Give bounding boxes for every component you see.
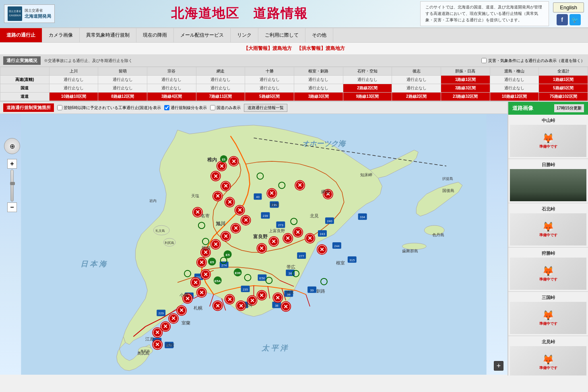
svg-text:277: 277: [299, 254, 304, 258]
closure-marker[interactable]: ✕: [213, 301, 223, 311]
camera-thumbnail-1[interactable]: [510, 169, 586, 201]
closure-marker[interactable]: ✕: [241, 215, 251, 225]
status-cell-r1-c8[interactable]: 3路線3区間: [441, 84, 490, 93]
camera-name-4: 三国峠: [510, 293, 586, 302]
regulation-line-checkbox[interactable]: [164, 105, 169, 110]
closure-marker[interactable]: ✕: [191, 278, 200, 287]
status-cell-r0-c10[interactable]: 1路線1区間: [539, 76, 588, 84]
camera-sidebar: 道路画像 17時15分更新 中山峠🦊準備中です日勝峠石北峠🦊準備中です狩勝峠🦊準…: [508, 102, 588, 375]
status-cell-r2-c0[interactable]: 10路線10区間: [49, 93, 98, 101]
camera-thumbnail-5[interactable]: 🦊準備中です: [510, 346, 586, 375]
nav-item-abnormal-weather[interactable]: 異常気象時通行規制: [80, 28, 136, 42]
closure-marker[interactable]: ✕: [201, 270, 210, 279]
map-checkbox-1[interactable]: 翌朝6時以降に予定されている工事通行止(国道)を表示: [57, 105, 161, 111]
zoom-in-button[interactable]: +: [7, 159, 17, 169]
camera-thumbnail-0[interactable]: 🦊準備中です: [510, 125, 586, 157]
status-cell-r2-c3[interactable]: 7路線11区間: [196, 93, 245, 101]
closure-marker[interactable]: ✕: [153, 328, 162, 337]
closure-marker[interactable]: ✕: [169, 314, 178, 323]
camera-item-4[interactable]: 三国峠🦊準備中です: [508, 292, 588, 336]
closure-marker[interactable]: ✕: [231, 223, 241, 233]
add-icon[interactable]: +: [494, 361, 503, 371]
zoom-out-button[interactable]: −: [7, 202, 17, 212]
svg-text:39: 39: [310, 289, 314, 292]
svg-text:E5A: E5A: [215, 279, 221, 283]
status-cell-r1-c4: 通行止なし: [245, 84, 294, 93]
closure-marker[interactable]: ✕: [197, 288, 206, 297]
status-cell-r0-c8[interactable]: 1路線1区間: [441, 76, 490, 84]
camera-list: 中山峠🦊準備中です日勝峠石北峠🦊準備中です狩勝峠🦊準備中です三国峠🦊準備中です北…: [508, 115, 588, 375]
closure-marker[interactable]: ✕: [229, 157, 239, 166]
svg-text:315: 315: [349, 258, 355, 262]
svg-text:浦河: 浦河: [244, 303, 252, 307]
svg-text:根室: 根室: [336, 260, 345, 265]
closure-marker[interactable]: ✕: [281, 302, 291, 312]
camera-item-5[interactable]: 北見峠🦊準備中です: [508, 336, 588, 375]
closure-marker[interactable]: ✕: [221, 231, 231, 241]
nav-item-traffic-stop[interactable]: 道路の通行止: [0, 28, 42, 42]
construction-checkbox[interactable]: [57, 105, 62, 110]
status-cell-r2-c7[interactable]: 2路線2区間: [392, 93, 441, 101]
nav-item-other[interactable]: その他: [305, 28, 333, 42]
closure-marker[interactable]: ✕: [295, 180, 305, 190]
svg-text:244: 244: [334, 244, 340, 248]
status-cell-r1-c10[interactable]: 5路線5区間: [539, 84, 588, 93]
compass-control[interactable]: ⊕: [4, 138, 20, 154]
nav-item-rainfall[interactable]: 現在の降雨: [136, 28, 174, 42]
camera-thumbnail-2[interactable]: 🦊準備中です: [510, 213, 586, 246]
status-cell-r2-c6[interactable]: 9路線13区間: [343, 93, 392, 101]
status-cell-r2-c2[interactable]: 3路線4区間: [147, 93, 196, 101]
closure-marker[interactable]: ✕: [269, 237, 279, 246]
map-checkbox-3[interactable]: 国道のみ表示: [210, 105, 241, 111]
svg-text:✕: ✕: [193, 279, 198, 286]
closure-marker[interactable]: ✕: [225, 197, 235, 207]
closure-marker[interactable]: ✕: [235, 205, 245, 215]
closure-marker[interactable]: ✕: [211, 239, 221, 249]
camera-item-0[interactable]: 中山峠🦊準備中です: [508, 115, 588, 159]
map-area[interactable]: ⊕ + − 礼文島: [0, 114, 508, 375]
camera-item-1[interactable]: 日勝峠: [508, 159, 588, 203]
closure-marker[interactable]: ✕: [211, 171, 221, 181]
closure-marker[interactable]: ✕: [213, 191, 223, 201]
svg-text:歯舞群島: 歯舞群島: [402, 249, 418, 253]
closure-marker[interactable]: ✕: [257, 243, 266, 253]
closure-marker[interactable]: ✕: [177, 306, 186, 316]
closure-marker[interactable]: ✕: [273, 293, 283, 303]
status-cell-r1-c6[interactable]: 2路線2区間: [343, 84, 392, 93]
closure-marker[interactable]: ✕: [217, 161, 227, 171]
status-cell-r2-c10[interactable]: 75路線102区間: [539, 93, 588, 101]
camera-item-2[interactable]: 石北峠🦊準備中です: [508, 203, 588, 248]
status-cell-r2-c4[interactable]: 5路線5区間: [245, 93, 294, 101]
road-info-list-button[interactable]: 道路通行止情報一覧: [244, 104, 287, 112]
nav-item-usage[interactable]: ご利用に際して: [258, 28, 305, 42]
nav-item-mail[interactable]: メール配信サービス: [174, 28, 231, 42]
camera-thumbnail-4[interactable]: 🦊準備中です: [510, 302, 586, 334]
status-cell-r2-c5[interactable]: 3路線3区間: [294, 93, 343, 101]
closure-marker[interactable]: ✕: [197, 258, 206, 267]
closure-marker[interactable]: ✕: [305, 233, 315, 243]
status-header: 通行止実施概況 ※交通事故による通行止、及び冬期通行止を除く 災害・気象条件によ…: [0, 55, 588, 67]
twitter-icon[interactable]: 🐦: [569, 14, 581, 25]
closure-marker[interactable]: ✕: [161, 322, 170, 331]
camera-thumbnail-3[interactable]: 🦊準備中です: [510, 258, 586, 290]
disaster-filter-checkbox[interactable]: [481, 58, 487, 63]
map-checkbox-2[interactable]: 通行規制線分を表示: [164, 105, 207, 111]
status-cell-r2-c9[interactable]: 10路線12区間: [490, 93, 539, 101]
facebook-icon[interactable]: f: [557, 14, 568, 25]
status-cell-r2-c1[interactable]: 8路線12区間: [98, 93, 147, 101]
closure-marker[interactable]: ✕: [317, 245, 327, 254]
closure-marker[interactable]: ✕: [267, 188, 276, 198]
national-road-only-checkbox[interactable]: [210, 105, 215, 110]
nav-item-links[interactable]: リンク: [231, 28, 258, 42]
status-cell-r2-c8[interactable]: 23路線32区間: [441, 93, 490, 101]
closure-marker[interactable]: ✕: [225, 295, 235, 304]
english-button[interactable]: English: [553, 2, 584, 12]
closure-marker[interactable]: ✕: [293, 227, 303, 237]
closure-marker[interactable]: ✕: [221, 181, 231, 191]
zoom-slider[interactable]: [10, 169, 14, 202]
camera-item-3[interactable]: 狩勝峠🦊準備中です: [508, 248, 588, 292]
closure-marker[interactable]: ✕: [257, 291, 266, 300]
status-cell-r0-c2: 通行止なし: [147, 76, 196, 84]
nav-item-camera[interactable]: カメラ画像: [42, 28, 80, 42]
closure-marker[interactable]: ✕: [283, 233, 293, 243]
